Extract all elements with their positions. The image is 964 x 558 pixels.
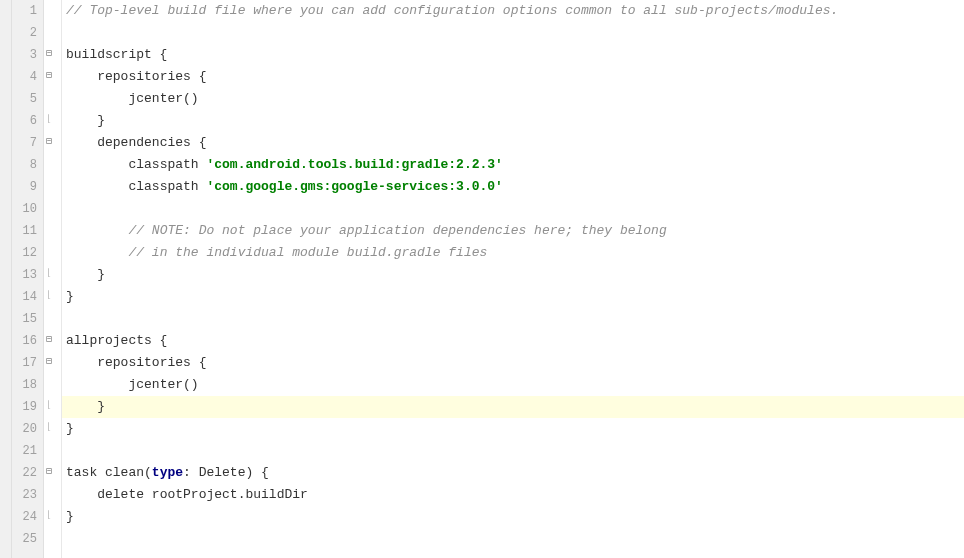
fold-minus-icon[interactable]: ⊟ [46,71,58,83]
line-number: 6 [12,110,37,132]
fold-minus-icon[interactable]: ⊟ [46,467,58,479]
line-number: 4 [12,66,37,88]
code-editor: 1234567891011121314151617181920212223242… [0,0,964,558]
indent [66,267,97,282]
indent [66,135,97,150]
line-number: 16 [12,330,37,352]
line-number: 14 [12,286,37,308]
fold-end-icon: ⌊ [46,511,58,523]
code-line[interactable] [62,198,964,220]
code-line[interactable]: allprojects { [62,330,964,352]
code-line[interactable] [62,528,964,550]
code-token: 'com.google.gms:google-services:3.0.0' [206,179,502,194]
code-line[interactable]: dependencies { [62,132,964,154]
code-token: jcenter() [128,91,198,106]
code-token: 'com.android.tools.build:gradle:2.2.3' [206,157,502,172]
indent [66,487,97,502]
fold-end-icon: ⌊ [46,423,58,435]
line-number: 15 [12,308,37,330]
fold-minus-icon[interactable]: ⊟ [46,49,58,61]
line-number: 5 [12,88,37,110]
code-token: // Top-level build file where you can ad… [66,3,838,18]
code-line[interactable]: classpath 'com.android.tools.build:gradl… [62,154,964,176]
fold-minus-icon[interactable]: ⊟ [46,357,58,369]
line-number: 3 [12,44,37,66]
code-line[interactable] [62,22,964,44]
code-line[interactable]: // in the individual module build.gradle… [62,242,964,264]
fold-end-icon: ⌊ [46,291,58,303]
line-number: 2 [12,22,37,44]
code-token: classpath [128,157,206,172]
code-line[interactable]: classpath 'com.google.gms:google-service… [62,176,964,198]
code-token: classpath [128,179,206,194]
code-line[interactable]: } [62,264,964,286]
code-line[interactable]: jcenter() [62,88,964,110]
code-line[interactable]: // Top-level build file where you can ad… [62,0,964,22]
indent [66,245,128,260]
code-token: } [97,113,105,128]
line-number: 25 [12,528,37,550]
line-number: 1 [12,0,37,22]
indent [66,157,128,172]
fold-gutter: ⊟⊟⌊⊟⌊⌊⊟⊟⌊⌊⊟⌊ [44,0,62,558]
code-token: } [97,399,105,414]
indent [66,69,97,84]
fold-end-icon: ⌊ [46,269,58,281]
code-line[interactable]: buildscript { [62,44,964,66]
code-token: // NOTE: Do not place your application d… [128,223,666,238]
code-token: buildscript { [66,47,167,62]
code-token: type [152,465,183,480]
indent [66,399,97,414]
line-number: 8 [12,154,37,176]
code-token: // in the individual module build.gradle… [128,245,487,260]
indent [66,377,128,392]
code-token: } [97,267,105,282]
code-line[interactable]: } [62,110,964,132]
line-number: 24 [12,506,37,528]
fold-end-icon: ⌊ [46,401,58,413]
code-line[interactable]: repositories { [62,352,964,374]
indent [66,355,97,370]
code-token: repositories { [97,355,206,370]
code-line[interactable] [62,440,964,462]
line-number: 22 [12,462,37,484]
code-token: repositories { [97,69,206,84]
code-line[interactable]: delete rootProject.buildDir [62,484,964,506]
code-line[interactable] [62,308,964,330]
code-token: jcenter() [128,377,198,392]
line-number: 13 [12,264,37,286]
code-area[interactable]: // Top-level build file where you can ad… [62,0,964,558]
indent [66,223,128,238]
line-number: 18 [12,374,37,396]
indent [66,179,128,194]
line-number: 12 [12,242,37,264]
breakpoint-gutter[interactable] [0,0,12,558]
code-token: : Delete) { [183,465,269,480]
fold-minus-icon[interactable]: ⊟ [46,335,58,347]
code-line[interactable]: } [62,418,964,440]
code-line[interactable]: repositories { [62,66,964,88]
code-token: dependencies { [97,135,206,150]
fold-minus-icon[interactable]: ⊟ [46,137,58,149]
code-token: task clean( [66,465,152,480]
code-token: } [66,509,74,524]
code-token: } [66,289,74,304]
code-line[interactable]: } [62,506,964,528]
code-token: allprojects { [66,333,167,348]
line-number: 20 [12,418,37,440]
code-line[interactable]: jcenter() [62,374,964,396]
line-number: 10 [12,198,37,220]
line-number: 9 [12,176,37,198]
code-line[interactable]: // NOTE: Do not place your application d… [62,220,964,242]
code-token: } [66,421,74,436]
fold-end-icon: ⌊ [46,115,58,127]
code-line[interactable]: } [62,396,964,418]
code-token: delete rootProject.buildDir [97,487,308,502]
indent [66,91,128,106]
indent [66,113,97,128]
code-line[interactable]: task clean(type: Delete) { [62,462,964,484]
line-number: 7 [12,132,37,154]
code-line[interactable]: } [62,286,964,308]
line-number: 21 [12,440,37,462]
line-number: 19 [12,396,37,418]
